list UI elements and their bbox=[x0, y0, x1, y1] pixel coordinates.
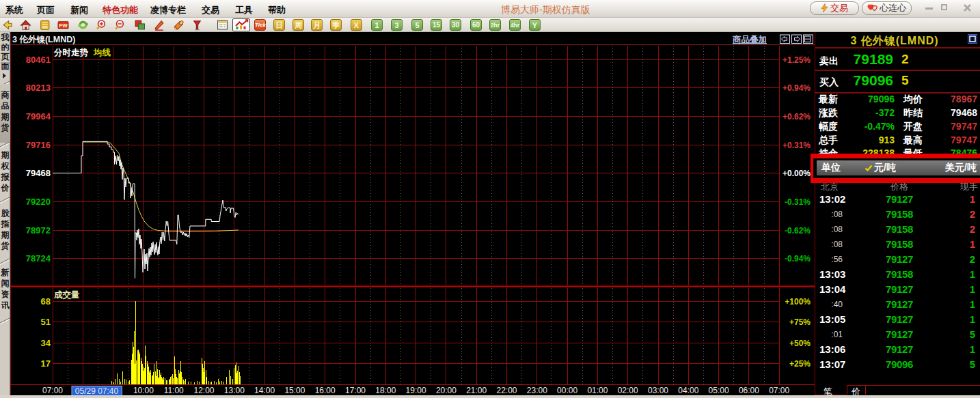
svg-text:34: 34 bbox=[41, 338, 51, 348]
svg-text:68: 68 bbox=[41, 296, 51, 307]
svg-text:21:00: 21:00 bbox=[466, 386, 487, 395]
svg-text:07:00: 07:00 bbox=[769, 386, 789, 395]
svg-text:06:00: 06:00 bbox=[739, 386, 759, 395]
svg-text:3 伦外镍(LMND): 3 伦外镍(LMND) bbox=[12, 35, 75, 44]
svg-text:+0.00%: +0.00% bbox=[782, 169, 811, 178]
svg-text:+75%: +75% bbox=[789, 317, 811, 327]
svg-text:79964: 79964 bbox=[26, 111, 51, 122]
svg-text:01:00: 01:00 bbox=[587, 386, 608, 395]
svg-text:80213: 80213 bbox=[26, 83, 51, 93]
svg-text:+100%: +100% bbox=[785, 297, 811, 307]
svg-text:+25%: +25% bbox=[789, 359, 811, 369]
svg-text:商品叠加: 商品叠加 bbox=[732, 35, 767, 44]
svg-text:14:00: 14:00 bbox=[254, 386, 275, 395]
svg-text:-0.94%: -0.94% bbox=[785, 254, 811, 264]
svg-text:18:00: 18:00 bbox=[375, 386, 396, 395]
svg-text:17: 17 bbox=[41, 358, 51, 369]
svg-text:00:00: 00:00 bbox=[557, 386, 577, 395]
svg-text:12:00: 12:00 bbox=[193, 386, 214, 395]
svg-text:-0.62%: -0.62% bbox=[785, 226, 811, 236]
svg-text:+1.25%: +1.25% bbox=[782, 55, 811, 65]
svg-text:79716: 79716 bbox=[26, 140, 51, 150]
svg-text:15:00: 15:00 bbox=[284, 386, 305, 395]
svg-text:03:00: 03:00 bbox=[648, 386, 668, 395]
svg-text:51: 51 bbox=[41, 317, 51, 327]
svg-text:05:00: 05:00 bbox=[709, 386, 729, 395]
svg-text:07:00: 07:00 bbox=[42, 386, 63, 395]
svg-text:80461: 80461 bbox=[26, 55, 51, 65]
svg-text:13:00: 13:00 bbox=[224, 386, 245, 395]
svg-text:11:00: 11:00 bbox=[164, 386, 184, 395]
svg-text:19:00: 19:00 bbox=[406, 386, 426, 395]
svg-text:+0.94%: +0.94% bbox=[782, 83, 811, 93]
svg-text:16:00: 16:00 bbox=[315, 386, 336, 395]
svg-text:23:00: 23:00 bbox=[527, 386, 547, 395]
svg-text:-0.31%: -0.31% bbox=[785, 197, 811, 207]
svg-text:+0.62%: +0.62% bbox=[782, 112, 811, 122]
svg-text:均线: 均线 bbox=[93, 48, 111, 57]
svg-text:+0.31%: +0.31% bbox=[782, 141, 811, 150]
svg-text:78972: 78972 bbox=[26, 225, 51, 236]
svg-text:22:00: 22:00 bbox=[496, 386, 517, 395]
svg-text:17:00: 17:00 bbox=[345, 386, 366, 395]
svg-text:成交量: 成交量 bbox=[53, 290, 80, 300]
svg-text:+50%: +50% bbox=[789, 339, 811, 348]
svg-text:02:00: 02:00 bbox=[618, 386, 638, 395]
svg-text:04:00: 04:00 bbox=[678, 386, 698, 395]
svg-text:10:00: 10:00 bbox=[133, 386, 154, 395]
svg-text:79220: 79220 bbox=[26, 197, 51, 207]
svg-text:78724: 78724 bbox=[26, 253, 51, 264]
svg-text:79468: 79468 bbox=[26, 168, 51, 178]
svg-text:20:00: 20:00 bbox=[436, 386, 457, 395]
svg-text:FW: FW bbox=[59, 23, 68, 29]
